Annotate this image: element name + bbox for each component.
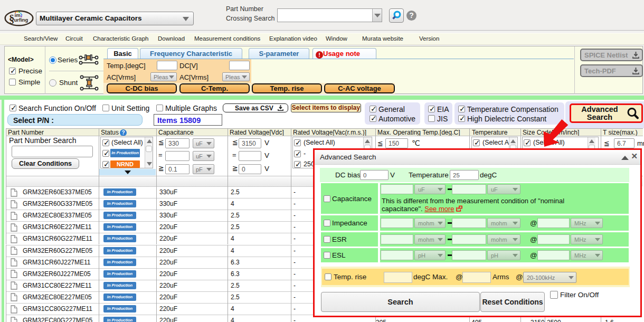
svg-text:urfing: urfing	[14, 17, 29, 23]
